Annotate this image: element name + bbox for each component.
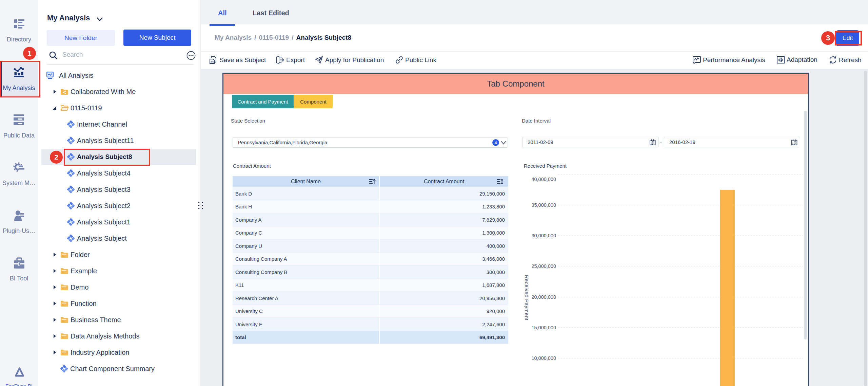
svg-text:30,000,000: 30,000,000 xyxy=(531,233,556,238)
svg-text:10,000,000: 10,000,000 xyxy=(531,355,556,361)
svg-text:40,000,000: 40,000,000 xyxy=(531,177,556,182)
svg-text:35,000,000: 35,000,000 xyxy=(531,202,556,208)
svg-text:15,000,000: 15,000,000 xyxy=(531,325,556,330)
svg-text:25,000,000: 25,000,000 xyxy=(531,263,556,269)
svg-text:20,000,000: 20,000,000 xyxy=(531,294,556,300)
